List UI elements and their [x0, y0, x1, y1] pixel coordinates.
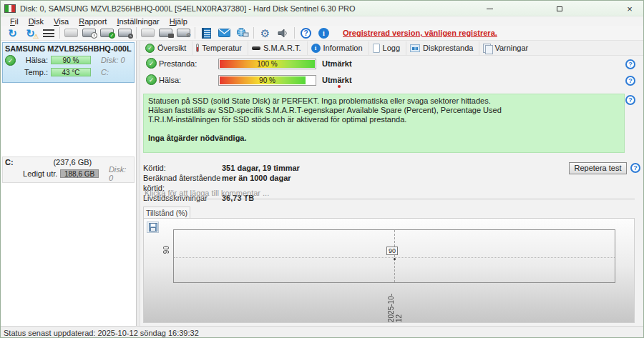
- disk-camera-icon[interactable]: [157, 26, 175, 40]
- tab-smart[interactable]: S.M.A.R.T.: [248, 41, 308, 55]
- temp-bar: 43 °C: [51, 68, 91, 76]
- floppy-icon: [149, 223, 157, 232]
- performance-value: 100 %: [219, 60, 316, 68]
- refresh-warning-icon[interactable]: ↻⚠: [21, 26, 39, 40]
- menu-disk[interactable]: Disk: [24, 17, 49, 26]
- sidebar-disk-item[interactable]: SAMSUNG MZVLB256HBHQ-000L (238,5 GB) ✓ H…: [2, 42, 135, 83]
- menu-rapport[interactable]: Rapport: [74, 17, 112, 26]
- volume-disk-number: Disk: 0: [109, 165, 132, 182]
- tab-oversikt[interactable]: ✓Översikt: [142, 41, 192, 55]
- info-icon[interactable]: i: [315, 26, 333, 40]
- help-icon[interactable]: ?: [297, 26, 315, 40]
- menu-visa[interactable]: Visa: [49, 17, 74, 26]
- tab-varningar[interactable]: Varningar: [479, 41, 534, 55]
- disk-search-icon[interactable]: [116, 26, 134, 40]
- menu-bar: Fil Disk Visa Rapport Inställningar Hjäl…: [1, 16, 643, 26]
- health-rating: Utmärkt: [322, 76, 352, 84]
- help-performance-icon[interactable]: ?: [625, 59, 635, 69]
- volume-letter-label: C:: [101, 68, 109, 76]
- title-bar: Disk: 0, SAMSUNG MZVLB256HBHQ-000L [S4EL…: [1, 1, 643, 16]
- status-line-3: T.R.I.M-inställningen för SSD stöds och …: [148, 115, 620, 124]
- runtime-value: 351 dagar, 19 timmar: [222, 163, 300, 173]
- tab-diskprestanda[interactable]: Diskprestanda: [406, 41, 479, 55]
- toolbar-separator: [136, 27, 137, 39]
- toolbar-separator: [294, 27, 295, 39]
- save-chart-button[interactable]: [147, 222, 159, 233]
- disk-accept-icon[interactable]: ✓: [98, 26, 116, 40]
- performance-rating: Utmärkt: [322, 59, 352, 68]
- help-test-icon[interactable]: ?: [630, 163, 640, 173]
- status-bar: Status senast uppdaterad: 2025-10-12 sön…: [1, 326, 643, 338]
- disk-title: SAMSUNG MZVLB256HBHQ-000L (238,5 GB): [5, 44, 132, 53]
- status-bar-text: Status senast uppdaterad: 2025-10-12 sön…: [4, 329, 199, 337]
- plot-area: 90: [173, 229, 615, 283]
- detect-disks-icon[interactable]: [39, 26, 57, 40]
- tab-bar: ✓Översikt Temperatur S.M.A.R.T. iInforma…: [140, 41, 643, 56]
- runtime-label: Körtid:: [143, 163, 222, 173]
- refresh-icon[interactable]: ↻: [4, 26, 21, 40]
- tab-information[interactable]: iInformation: [308, 41, 369, 55]
- health-ok-icon: ✓: [146, 74, 157, 85]
- document-icon: [373, 44, 380, 53]
- menu-hjalp[interactable]: Hjälp: [165, 17, 192, 26]
- status-text-box: Statusen på SSD (solid State Disk) är PE…: [143, 94, 625, 153]
- pages-icon: [483, 44, 492, 53]
- health-label: Hälsa:: [18, 56, 48, 64]
- repeat-test-button[interactable]: Repetera test: [569, 162, 627, 174]
- free-space-value: 188,6 GB: [64, 170, 94, 178]
- health-label-main: Hälsa:: [159, 76, 216, 84]
- status-line-4: Inga åtgärder nödvändiga.: [148, 134, 620, 143]
- tab-logg[interactable]: Logg: [369, 41, 406, 55]
- comment-field[interactable]: Klicka för att lägga till kommentar ...: [143, 188, 635, 199]
- menu-installningar[interactable]: Inställningar: [112, 17, 164, 26]
- health-ok-icon: ✓: [5, 55, 16, 66]
- performance-row: ✓ Prestanda: 100 % Utmärkt: [143, 58, 643, 69]
- health-history-chart: 90 90 2025-10-12: [143, 218, 635, 323]
- health-row: ✓ Hälsa: 90 % Utmärkt: [143, 74, 643, 86]
- minimize-icon[interactable]: [479, 1, 500, 16]
- window-controls: ×: [450, 1, 643, 16]
- disk-icon[interactable]: [62, 26, 80, 40]
- datapoint-label: 90: [386, 247, 398, 255]
- volume-free-row: Ledigt utr. 188,6 GB Disk: 0: [5, 169, 132, 179]
- temp-label: Temp.:: [18, 68, 48, 76]
- chart-tab-label[interactable]: Tillstånd (%): [143, 207, 190, 219]
- network-icon[interactable]: [233, 26, 251, 40]
- body-row: SAMSUNG MZVLB256HBHQ-000L (238,5 GB) ✓ H…: [1, 41, 643, 326]
- mail-icon[interactable]: [215, 26, 233, 40]
- disk-clock-icon[interactable]: [80, 26, 98, 40]
- settings-gear-icon[interactable]: ⚙: [256, 26, 274, 40]
- volume-name: C:: [5, 158, 14, 166]
- report-notebook-icon[interactable]: [197, 26, 215, 40]
- datapoint-vline: [394, 230, 395, 282]
- toolbar: ↻ ↻⚠ ✓ ⚙ ⚙ ? i Oregistrerad version, vän…: [1, 26, 643, 41]
- register-link[interactable]: Oregistrerad version, vänligen registrer…: [343, 29, 497, 37]
- toolbar-separator: [59, 27, 60, 39]
- menu-fil[interactable]: Fil: [5, 17, 24, 26]
- help-health-icon[interactable]: ?: [625, 76, 635, 86]
- app-window: Disk: 0, SAMSUNG MZVLB256HBHQ-000L [S4EL…: [0, 0, 644, 338]
- window-title: Disk: 0, SAMSUNG MZVLB256HBHQ-000L [S4EL…: [20, 4, 356, 13]
- info-circle-icon: i: [311, 44, 321, 53]
- smart-bar-icon: [252, 46, 260, 50]
- tab-temperatur[interactable]: Temperatur: [192, 41, 248, 55]
- help-status-icon[interactable]: ?: [625, 95, 635, 105]
- sidebar-volume-item[interactable]: C: (237,6 GB) Ledigt utr. 188,6 GB Disk:…: [2, 156, 135, 183]
- free-space-label: Ledigt utr.: [18, 169, 57, 178]
- health-value-main: 90 %: [219, 76, 316, 84]
- chart-icon: [410, 44, 420, 52]
- main-panel: ✓Översikt Temperatur S.M.A.R.T. iInforma…: [140, 41, 643, 326]
- performance-ok-icon: ✓: [146, 58, 157, 69]
- close-icon[interactable]: ×: [619, 1, 640, 16]
- disk-health-row: ✓ Hälsa: 90 % Disk: 0: [5, 55, 132, 65]
- datapoint-marker: [394, 258, 396, 260]
- maximize-icon[interactable]: [549, 1, 570, 16]
- disk-sidebar: SAMSUNG MZVLB256HBHQ-000L (238,5 GB) ✓ H…: [1, 41, 137, 326]
- disk-tools-icon[interactable]: ⚙: [175, 26, 192, 40]
- disk-2-icon[interactable]: [139, 26, 157, 40]
- sound-icon[interactable]: [274, 26, 292, 40]
- health-bar-main: 90 %: [218, 75, 316, 86]
- status-line-1: Statusen på SSD (solid State Disk) är PE…: [148, 96, 620, 106]
- disk-number-label: Disk: 0: [101, 56, 125, 64]
- app-logo-icon: [4, 4, 16, 13]
